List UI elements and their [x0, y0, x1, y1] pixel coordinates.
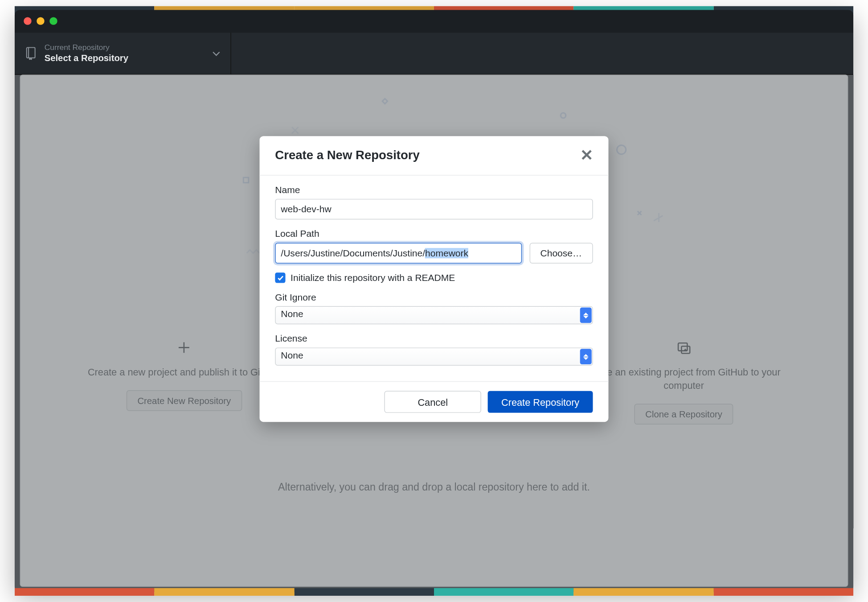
license-label: License: [275, 334, 593, 344]
app-window: Current Repository Select a Repository: [15, 10, 853, 592]
local-path-label: Local Path: [275, 229, 593, 239]
gitignore-value: None: [281, 309, 303, 319]
name-input[interactable]: [275, 199, 593, 219]
repo-selector-value: Select a Repository: [45, 52, 213, 64]
initialize-readme-checkbox[interactable]: [275, 272, 285, 283]
window-controls: [24, 17, 57, 25]
dialog-header: Create a New Repository ✕: [259, 136, 608, 175]
local-path-input[interactable]: /Users/Justine/Documents/Justine/homewor…: [275, 243, 521, 264]
gitignore-label: Git Ignore: [275, 292, 593, 302]
dialog-footer: Cancel Create Repository: [259, 381, 608, 422]
repository-selector[interactable]: Current Repository Select a Repository: [15, 33, 231, 74]
initialize-readme-label: Initialize this repository with a README: [291, 272, 455, 283]
gitignore-select[interactable]: None: [275, 306, 593, 325]
titlebar: [15, 10, 853, 33]
cancel-button[interactable]: Cancel: [385, 391, 482, 413]
license-value: None: [281, 350, 303, 360]
create-repository-dialog: Create a New Repository ✕ Name Local Pat…: [259, 136, 608, 422]
repo-icon: [25, 47, 37, 60]
close-icon[interactable]: ✕: [580, 148, 593, 163]
decorative-bottom-stripes: [15, 588, 853, 596]
local-path-prefix: /Users/Justine/Documents/Justine/: [281, 248, 425, 258]
choose-path-button[interactable]: Choose…: [529, 243, 593, 264]
name-label: Name: [275, 185, 593, 195]
repo-selector-label: Current Repository: [45, 43, 213, 52]
svg-rect-0: [27, 48, 35, 58]
local-path-selection: homework: [425, 248, 468, 258]
zoom-window-button[interactable]: [49, 17, 57, 25]
minimize-window-button[interactable]: [37, 17, 44, 25]
dialog-title: Create a New Repository: [275, 148, 420, 163]
chevron-down-icon: [213, 48, 220, 59]
create-repository-button[interactable]: Create Repository: [488, 391, 593, 413]
toolbar: Current Repository Select a Repository: [15, 33, 853, 74]
close-window-button[interactable]: [24, 17, 31, 25]
license-select[interactable]: None: [275, 347, 593, 366]
